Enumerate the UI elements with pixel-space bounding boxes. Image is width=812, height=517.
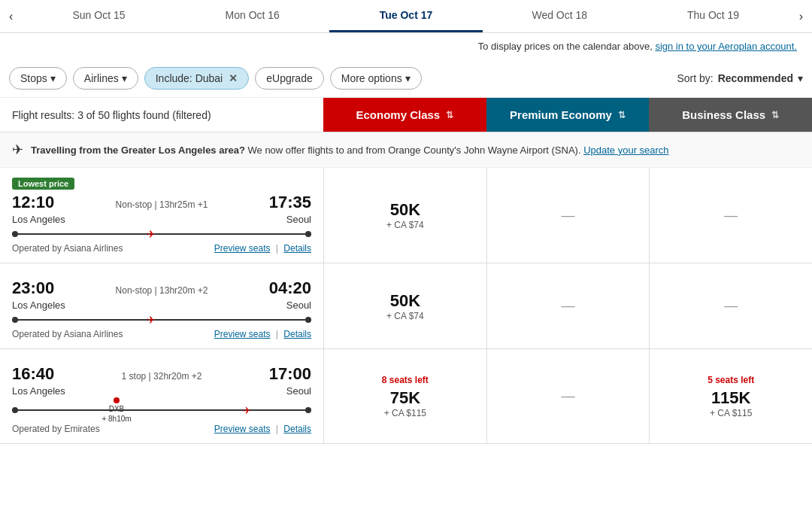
stop-info-0: Non-stop | 13hr25m +1 (60, 199, 262, 210)
route-line-0: ✈ (12, 228, 311, 240)
economy-price-1[interactable]: 50K + CA $74 (323, 263, 486, 348)
eupgrade-filter-btn[interactable]: eUpgrade (255, 67, 324, 90)
arrive-time-0: 17:35 (269, 193, 311, 212)
update-search-link[interactable]: Update your search (583, 144, 668, 156)
stops-filter-btn[interactable]: Stops ▾ (9, 67, 67, 90)
from-city-0: Los Angeles (12, 214, 65, 225)
economy-points-0: 50K (390, 200, 420, 220)
date-sun-oct15[interactable]: Sun Oct 15 (22, 0, 175, 32)
business-price-2[interactable]: 5 seats left 115K + CA $115 (649, 349, 812, 443)
operated-row-2: Operated by Emirates Preview seats | Det… (12, 424, 311, 434)
flight-main-2: 16:40 1 stop | 32hr20m +2 17:00 Los Ange… (0, 349, 323, 443)
preview-seats-link-2[interactable]: Preview seats (214, 424, 271, 434)
economy-points-1: 50K (390, 291, 420, 311)
business-dash-0: — (724, 208, 738, 224)
premium-sort-icon: ⇅ (618, 110, 626, 120)
operator-2: Operated by Emirates (12, 424, 100, 434)
sort-value[interactable]: Recommended (718, 72, 793, 84)
info-banner: ✈ Travelling from the Greater Los Angele… (0, 132, 812, 168)
info-banner-body: We now offer flights to and from Orange … (248, 144, 581, 156)
include-dubai-filter-btn[interactable]: Include: Dubai ✕ (144, 67, 250, 90)
results-label: Flight results: 3 of 50 flights found (f… (0, 98, 323, 132)
prev-date-arrow[interactable]: ‹ (0, 0, 22, 32)
route-line-2: DXB + 8h10m ✈ (12, 400, 311, 421)
flight-main-1: 23:00 Non-stop | 13hr20m +2 04:20 Los An… (0, 263, 323, 348)
route-track-0 (12, 233, 311, 235)
more-options-chevron-icon: ▾ (405, 72, 411, 84)
economy-price-2[interactable]: 8 seats left 75K + CA $115 (323, 349, 486, 443)
premium-dash-2: — (562, 388, 575, 404)
eupgrade-label: eUpgrade (266, 72, 313, 84)
date-wed-oct18[interactable]: Wed Oct 18 (483, 0, 636, 32)
depart-time-0: 12:10 (12, 193, 54, 212)
to-city-0: Seoul (286, 214, 311, 225)
results-count: 3 of 50 flights found (filtered) (77, 109, 211, 121)
link-separator-0: | (276, 243, 280, 254)
route-line-1: ✈ (12, 314, 311, 326)
route-stop-plane-2: ✈ (243, 405, 251, 416)
economy-class-tab[interactable]: Economy Class ⇅ (323, 98, 486, 132)
date-tue-oct17[interactable]: Tue Oct 17 (329, 0, 483, 32)
include-dubai-label: Include: Dubai (156, 72, 223, 84)
route-locations-2: Los Angeles Seoul (12, 385, 311, 397)
airlines-chevron-icon: ▾ (122, 72, 127, 84)
details-link-1[interactable]: Details (283, 329, 311, 339)
more-options-filter-btn[interactable]: More options ▾ (330, 67, 422, 90)
economy-price-0[interactable]: 50K + CA $74 (323, 168, 486, 263)
from-city-2: Los Angeles (12, 385, 65, 397)
details-link-0[interactable]: Details (283, 243, 311, 254)
details-link-2[interactable]: Details (283, 424, 311, 434)
include-dubai-close-icon[interactable]: ✕ (229, 72, 238, 84)
sort-area: Sort by: Recommended ▾ (677, 72, 803, 84)
date-navigation: ‹ Sun Oct 15 Mon Oct 16 Tue Oct 17 Wed O… (0, 0, 812, 33)
economy-seats-2: 8 seats left (382, 375, 429, 385)
preview-seats-link-1[interactable]: Preview seats (214, 329, 271, 339)
results-label-text: Flight results: (12, 109, 74, 121)
to-city-1: Seoul (286, 300, 311, 311)
route-dot-left-2 (12, 407, 18, 413)
airlines-filter-label: Airlines (84, 72, 119, 84)
route-dot-right-1 (305, 317, 311, 323)
business-dash-1: — (724, 298, 738, 314)
more-options-label: More options (341, 72, 402, 84)
preview-seats-link-0[interactable]: Preview seats (214, 243, 271, 254)
info-banner-bold: Travelling from the Greater Los Angeles … (31, 144, 245, 156)
link-separator-1: | (276, 329, 280, 339)
route-locations-0: Los Angeles Seoul (12, 214, 311, 225)
sort-by-label: Sort by: (677, 72, 713, 84)
flight-row-2: 16:40 1 stop | 32hr20m +2 17:00 Los Ange… (0, 349, 812, 444)
business-class-label: Business Class (682, 108, 765, 121)
premium-economy-label: Premium Economy (510, 108, 612, 121)
info-banner-text: Travelling from the Greater Los Angeles … (31, 144, 669, 156)
flight-row: Lowest price 12:10 Non-stop | 13hr25m +1… (0, 168, 812, 263)
aeroplan-signin-link[interactable]: sign in to your Aeroplan account. (655, 41, 797, 52)
route-plane-0: ✈ (147, 228, 156, 240)
stop-dot-2 (114, 397, 120, 403)
date-mon-oct16[interactable]: Mon Oct 16 (176, 0, 329, 32)
flight-main-0: Lowest price 12:10 Non-stop | 13hr25m +1… (0, 168, 323, 263)
aeroplan-notice-text: To display prices on the calendar above, (478, 41, 653, 52)
route-plane-1: ✈ (147, 314, 156, 326)
sort-chevron-icon[interactable]: ▾ (798, 72, 803, 84)
stop-label-2: DXB (109, 405, 125, 413)
premium-economy-tab[interactable]: Premium Economy ⇅ (486, 98, 650, 132)
business-cash-2: + CA $115 (710, 408, 752, 418)
date-thu-oct19[interactable]: Thu Oct 19 (636, 0, 789, 32)
economy-cash-2: + CA $115 (384, 408, 426, 418)
business-price-0: — (649, 168, 812, 263)
lowest-price-label: Lowest price (12, 178, 74, 190)
business-class-tab[interactable]: Business Class ⇅ (649, 98, 812, 132)
business-seats-2: 5 seats left (707, 375, 754, 385)
next-date-arrow[interactable]: › (790, 0, 812, 32)
economy-class-label: Economy Class (356, 108, 440, 121)
operated-row-1: Operated by Asiana Airlines Preview seat… (12, 329, 311, 339)
flight-times-1: 23:00 Non-stop | 13hr20m +2 04:20 (12, 278, 311, 298)
to-city-2: Seoul (286, 385, 311, 397)
route-locations-1: Los Angeles Seoul (12, 300, 311, 311)
filters-bar: Stops ▾ Airlines ▾ Include: Dubai ✕ eUpg… (0, 59, 812, 98)
results-header: Flight results: 3 of 50 flights found (f… (0, 98, 812, 132)
route-dot-left-0 (12, 231, 18, 237)
stops-chevron-icon: ▾ (50, 72, 56, 84)
preview-links-2: Preview seats | Details (214, 424, 311, 434)
airlines-filter-btn[interactable]: Airlines ▾ (73, 67, 138, 90)
